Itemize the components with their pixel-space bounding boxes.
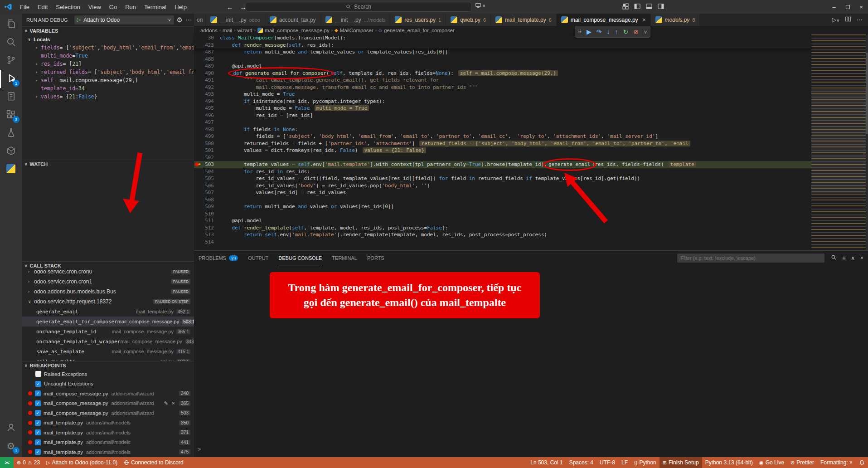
editor-tab-__init__.py[interactable]: __init__.py...\models <box>321 14 391 26</box>
watch-section-header[interactable]: ∨ WATCH <box>22 160 194 168</box>
code-line-493[interactable]: 493 multi_mode = True <box>194 91 811 98</box>
code-line-502[interactable]: 502 <box>194 154 811 161</box>
variable-row[interactable]: multi_mode = True <box>22 52 194 60</box>
language-mode[interactable]: {} Python <box>631 457 659 468</box>
expand-chevron-icon[interactable]: › <box>35 70 41 74</box>
stack-frame[interactable]: call_kw_multiapi.py690:1 <box>22 356 194 361</box>
code-line-497[interactable]: 497 <box>194 119 811 126</box>
checkbox[interactable]: ✓ <box>35 439 41 445</box>
activity-item-account[interactable] <box>0 419 22 437</box>
editor-tab-res_users.py[interactable]: res_users.py1 <box>390 14 446 26</box>
code-line-499[interactable]: 499 fields = ['subject', 'body_html', 'e… <box>194 133 811 140</box>
call-stack-section-header[interactable]: ∨ CALL STACK <box>22 261 194 270</box>
code-line-494[interactable]: 494 if isinstance(res_ids, pycompat.inte… <box>194 98 811 105</box>
step-into-button[interactable]: ↓ <box>607 28 610 35</box>
expand-chevron-icon[interactable]: › <box>35 94 41 99</box>
code-line-511[interactable]: 511 @api.model <box>194 217 811 224</box>
code-line-501[interactable]: 501 values = dict.fromkeys(res_ids, Fals… <box>194 147 811 154</box>
exception-breakpoint-row[interactable]: ✓Uncaught Exceptions <box>22 379 194 389</box>
code-line-423[interactable]: 423 def render_message(self, res_ids): <box>194 42 811 49</box>
code-line-488[interactable]: 488 <box>194 56 811 63</box>
call-stack-thread[interactable]: ›odoo.service.cron.cron0PAUSED <box>22 270 194 277</box>
remove-breakpoint-icon[interactable]: × <box>172 400 175 406</box>
disconnect-button[interactable]: ⊘ <box>633 28 639 35</box>
code-line-509[interactable]: 509 return multi_mode and values or valu… <box>194 203 811 210</box>
variable-row[interactable]: ›values = {21: False} <box>22 93 194 101</box>
call-stack-thread[interactable]: ›odoo.service.cron.cron1PAUSED <box>22 277 194 287</box>
breakpoint-row[interactable]: ✓mail_template.pyaddons\mail\models441 <box>22 438 194 448</box>
editor-scrollbar[interactable] <box>866 34 868 257</box>
expand-chevron-icon[interactable]: › <box>35 62 41 66</box>
breadcrumb-item[interactable]: addons <box>200 28 218 33</box>
code-line-492[interactable]: 492 mail.compose.message, transform emai… <box>194 84 811 91</box>
code-line-514[interactable]: 514 <box>194 239 811 246</box>
code-line-512[interactable]: 512 def render_template(self, template, … <box>194 224 811 232</box>
close-tab-icon[interactable]: × <box>643 17 646 23</box>
remote-indicator[interactable]: >< <box>0 457 14 468</box>
menu-terminal[interactable]: Terminal <box>140 2 170 12</box>
code-line-490[interactable]: 490 def generate_email_for_composer(self… <box>194 70 811 77</box>
problems-status[interactable]: ⊗0 ⚠23 <box>14 457 43 468</box>
code-line-506[interactable]: 506 res_id_values['body'] = res_id_value… <box>194 182 811 190</box>
editor-tab-mail_compose_message.py[interactable]: mail_compose_message.py× <box>557 14 651 26</box>
toggle-secondary-sidebar-icon[interactable] <box>657 3 664 11</box>
console-filter-input[interactable] <box>677 253 824 263</box>
editor-tab-mail_template.py[interactable]: mail_template.py6 <box>491 14 557 26</box>
checkbox[interactable]: ✓ <box>35 420 41 426</box>
activity-item-python[interactable] <box>0 161 22 179</box>
editor-tab-models.py[interactable]: models.py8 <box>651 14 700 26</box>
editor-tab-account_tax.py[interactable]: account_tax.py <box>265 14 321 26</box>
thread-chevron-icon[interactable]: ∨ <box>28 299 34 304</box>
encoding[interactable]: UTF-8 <box>596 457 618 468</box>
python-interpreter[interactable]: Python 3.13 (64-bit) <box>702 457 756 468</box>
nav-back-icon[interactable]: ← <box>227 3 233 11</box>
variables-scope[interactable]: ∨Locals <box>22 35 194 44</box>
word-wrap-icon[interactable]: ≡ <box>842 255 845 261</box>
breakpoint-row[interactable]: ✓mail_template.pyaddons\mail\models371 <box>22 428 194 438</box>
variable-row[interactable]: ›returned_fields = ['subject', 'body_htm… <box>22 68 194 76</box>
activity-item-explorer[interactable] <box>0 15 22 34</box>
panel-tab-terminal[interactable]: TERMINAL <box>332 251 357 265</box>
indentation[interactable]: Spaces: 4 <box>566 457 596 468</box>
code-line-487[interactable]: 487 return multi_mode and template_value… <box>194 49 811 56</box>
menu-file[interactable]: File <box>16 2 34 12</box>
debug-config-dropdown[interactable]: ▷ Attach to Odoo ∨ <box>74 15 174 24</box>
command-search-box[interactable]: Search <box>246 2 471 12</box>
filter-icon[interactable] <box>831 254 837 262</box>
editor-tab-on[interactable]: on <box>194 14 206 26</box>
breakpoint-row[interactable]: ✓mail_template.pyaddons\mail\models475 <box>22 447 194 457</box>
code-line-508[interactable]: 508 <box>194 196 811 204</box>
expand-chevron-icon[interactable]: › <box>35 45 41 50</box>
panel-tab-output[interactable]: OUTPUT <box>248 251 268 265</box>
editor-tab-qweb.py[interactable]: qweb.py6 <box>446 14 491 26</box>
minimap[interactable] <box>811 34 866 257</box>
checkbox[interactable]: ✓ <box>35 381 41 387</box>
call-stack-thread[interactable]: ›odoo.addons.bus.models.bus.BusPAUSED <box>22 287 194 297</box>
code-line-498[interactable]: 498 if fields is None: <box>194 126 811 133</box>
exception-breakpoint-row[interactable]: Raised Exceptions <box>22 369 194 379</box>
maximize-button[interactable] <box>841 0 854 14</box>
breakpoint-row[interactable]: ✓mail_compose_message.pyaddons\mail\wiza… <box>22 399 194 409</box>
activity-item-notebook[interactable] <box>0 88 22 106</box>
stack-frame[interactable]: generate_emailmail_template.py452:1 <box>22 307 194 317</box>
variable-row[interactable]: ›res_ids = [21] <box>22 60 194 68</box>
more-actions-icon[interactable]: ⋯ <box>185 17 191 23</box>
discord-status[interactable]: Connected to Discord <box>121 457 186 468</box>
call-stack-thread[interactable]: ∨odoo.service.http.request.18372PAUSED O… <box>22 297 194 307</box>
cursor-position[interactable]: Ln 503, Col 1 <box>527 457 566 468</box>
start-debug-icon[interactable]: ▷ <box>77 17 81 23</box>
menu-edit[interactable]: Edit <box>34 2 52 12</box>
more-actions-icon[interactable]: ⋯ <box>857 16 863 23</box>
minimize-button[interactable]: – <box>827 0 841 14</box>
split-editor-icon[interactable] <box>845 16 851 24</box>
variable-row[interactable]: template_id = 34 <box>22 84 194 93</box>
breakpoint-row[interactable]: ✓mail_compose_message.pyaddons\mail\wiza… <box>22 408 194 418</box>
panel-tab-ports[interactable]: PORTS <box>367 251 384 265</box>
variables-section-header[interactable]: ∨ VARIABLES <box>22 26 194 35</box>
thread-chevron-icon[interactable]: › <box>28 279 34 284</box>
code-line-505[interactable]: 505 res_id_values = dict((field, templat… <box>194 175 811 182</box>
activity-item-testing[interactable] <box>0 124 22 142</box>
finish-setup[interactable]: ⊞ Finish Setup <box>659 457 702 468</box>
prettier-status[interactable]: ⊘ Prettier <box>787 457 817 468</box>
checkbox[interactable]: ✓ <box>35 410 41 416</box>
